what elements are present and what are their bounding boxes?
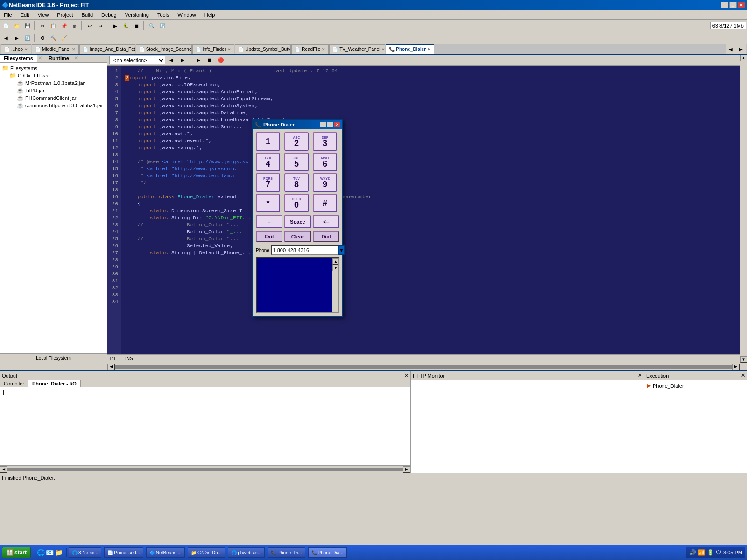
scroll-up-button[interactable]: ▲: [740, 55, 747, 61]
quick-launch-icon-2[interactable]: 📧: [46, 549, 54, 556]
taskbar-btn-phweb[interactable]: 🌐 phwebser...: [228, 547, 265, 558]
tree-mrpostman-jar[interactable]: ☕ MrPostman-1.0.3beta2.jar: [2, 79, 105, 87]
output-hscroll-right[interactable]: ▶: [403, 466, 410, 473]
scroll-right[interactable]: ▲ ▼: [740, 55, 747, 363]
dialer-display-scrollbar[interactable]: ▲ ▼: [332, 258, 338, 312]
tree-commons-jar[interactable]: ☕ commons-httpclient-3.0-alpha1.jar: [2, 102, 105, 109]
dialer-key-8[interactable]: TUV 8: [284, 173, 309, 192]
hscroll-right[interactable]: ▶: [732, 364, 740, 370]
dialer-key-2[interactable]: ABC 2: [284, 132, 309, 151]
tb-refresh[interactable]: 🔃: [22, 34, 33, 43]
menu-build[interactable]: Build: [80, 12, 95, 18]
menu-file[interactable]: File: [2, 12, 14, 18]
hscroll-left[interactable]: ◀: [107, 364, 115, 370]
tab-readfile[interactable]: 📄 ReadFile ✕: [291, 44, 329, 54]
menu-edit[interactable]: Edit: [19, 12, 31, 18]
display-scroll-down[interactable]: ▼: [332, 265, 339, 271]
dialer-key-5[interactable]: JKL 5: [284, 153, 309, 171]
dialer-key-4[interactable]: GHI 4: [256, 153, 280, 171]
hscroll-track[interactable]: [115, 365, 732, 369]
tb-debug[interactable]: 🐛: [121, 21, 131, 30]
sidebar-tab-filesystems[interactable]: Filesystems: [0, 55, 37, 62]
tb-save[interactable]: 💾: [22, 21, 33, 30]
file-selector[interactable]: <no selection>: [109, 56, 165, 64]
tb-forward[interactable]: ▶: [12, 34, 22, 43]
menu-project[interactable]: Project: [55, 12, 75, 18]
tab-close-hoo[interactable]: ✕: [24, 47, 28, 52]
tree-phcommand-jar[interactable]: ☕ PHCommandClient.jar: [2, 94, 105, 102]
menu-help[interactable]: Help: [203, 12, 217, 18]
tree-filesystems-root[interactable]: 📁 Filesystems: [2, 64, 105, 72]
tb-compile[interactable]: ⚙: [37, 34, 48, 43]
editor-tb-debug[interactable]: 🔴: [216, 56, 226, 65]
tab-hoo[interactable]: 📄 ...hoo ✕: [1, 44, 31, 54]
tb-build[interactable]: 🔨: [48, 34, 58, 43]
execution-close[interactable]: ✕: [741, 372, 745, 378]
tree-tiff4j-jar[interactable]: ☕ Tiff4J.jar: [2, 87, 105, 94]
tb-stop[interactable]: ⏹: [132, 21, 142, 30]
tb-copy[interactable]: 📋: [48, 21, 58, 30]
maximize-button[interactable]: □: [729, 2, 737, 8]
tb-run[interactable]: ▶: [110, 21, 120, 30]
tab-scroll-left[interactable]: ◀: [726, 44, 736, 54]
http-monitor-content[interactable]: [411, 380, 644, 473]
tab-scroll-right[interactable]: ▶: [736, 44, 746, 54]
dialer-key-3[interactable]: DEF 3: [313, 132, 337, 151]
tb-new[interactable]: 📄: [1, 21, 11, 30]
editor-tb-run[interactable]: ▶: [193, 56, 204, 65]
output-hscroll-left[interactable]: ◀: [0, 466, 7, 473]
dialer-maximize[interactable]: □: [327, 122, 333, 127]
tab-image-fetcher[interactable]: 📄 Image_And_Data_Fetcher ✕: [79, 44, 135, 54]
output-tab-phone-io[interactable]: Phone_Dialer - I/O: [28, 380, 81, 387]
tb-search[interactable]: 🔍: [147, 21, 157, 30]
http-monitor-close[interactable]: ✕: [638, 372, 642, 378]
taskbar-btn-processed[interactable]: 📄 Processed...: [104, 547, 143, 558]
dialer-key-1[interactable]: 1: [256, 132, 280, 151]
start-button[interactable]: 🪟 start: [2, 547, 31, 558]
tb-undo[interactable]: ↩: [85, 21, 95, 30]
tb-back[interactable]: ◀: [1, 34, 11, 43]
tb-delete[interactable]: 🗑: [70, 21, 80, 30]
tree-src-folder[interactable]: 📁 C:\Dir_FIT\src: [2, 72, 105, 79]
menu-tools[interactable]: Tools: [155, 12, 171, 18]
dialer-phone-input[interactable]: [271, 245, 338, 255]
tb-clean[interactable]: 🧹: [59, 34, 69, 43]
quick-launch-icon-1[interactable]: 🌐: [37, 549, 45, 556]
editor-tb-stop[interactable]: ⏹: [204, 56, 215, 65]
menu-view[interactable]: View: [36, 12, 51, 18]
tab-info-finder[interactable]: 📄 Info_Finder ✕: [192, 44, 235, 54]
display-scroll-up[interactable]: ▲: [332, 258, 339, 265]
taskbar-btn-dirdo[interactable]: 📁 C:\Dir_Do...: [188, 547, 225, 558]
taskbar-btn-phone-di[interactable]: 📞 Phone_Di...: [268, 547, 305, 558]
dialer-key-hash[interactable]: #: [313, 194, 337, 212]
tab-middle-panel[interactable]: 📄 Middle_Panel ✕: [32, 44, 79, 54]
tb-redo[interactable]: ↪: [95, 21, 106, 30]
code-content[interactable]: 1234567891011121314151617181920212223242…: [107, 66, 740, 354]
tab-phone-dialer[interactable]: 📞 Phone_Dialer ✕: [386, 44, 434, 54]
dialer-key-0[interactable]: OPER 0: [284, 194, 309, 212]
tab-close-phone[interactable]: ✕: [427, 47, 431, 52]
menu-versioning[interactable]: Versioning: [123, 12, 151, 18]
taskbar-btn-netsc[interactable]: 🌐 3 Netsc...: [69, 547, 101, 558]
dialer-exit-button[interactable]: Exit: [256, 231, 282, 242]
dialer-minimize[interactable]: _: [320, 122, 326, 127]
dialer-key-star[interactable]: *: [256, 194, 280, 212]
tb-cut[interactable]: ✂: [37, 21, 48, 30]
taskbar-btn-phone-dia[interactable]: 📞 Phone Dia...: [308, 547, 347, 558]
dialer-key-6[interactable]: MNO 6: [313, 153, 337, 171]
dialer-dash-button[interactable]: –: [256, 215, 282, 228]
output-close[interactable]: ✕: [404, 372, 409, 378]
menu-window[interactable]: Window: [176, 12, 198, 18]
dialer-backspace-button[interactable]: <–: [313, 215, 339, 228]
output-hscroll-track[interactable]: [7, 468, 403, 471]
output-tab-compiler[interactable]: Compiler: [0, 380, 28, 387]
scroll-down-button[interactable]: ▼: [740, 356, 747, 363]
editor-tb-forward[interactable]: ▶: [177, 56, 188, 65]
output-content[interactable]: |: [0, 387, 410, 465]
dialer-key-7[interactable]: PQRS 7: [256, 173, 280, 192]
tab-tv-weather[interactable]: 📄 TV_Weather_Panel ✕: [329, 44, 385, 54]
dialer-phone-dropdown[interactable]: ▼: [338, 245, 345, 255]
dialer-space-button[interactable]: Space: [284, 215, 311, 228]
editor-tb-back[interactable]: ◀: [166, 56, 176, 65]
tab-update-symbol[interactable]: 📄 Update_Symbol_Button ✕: [235, 44, 291, 54]
